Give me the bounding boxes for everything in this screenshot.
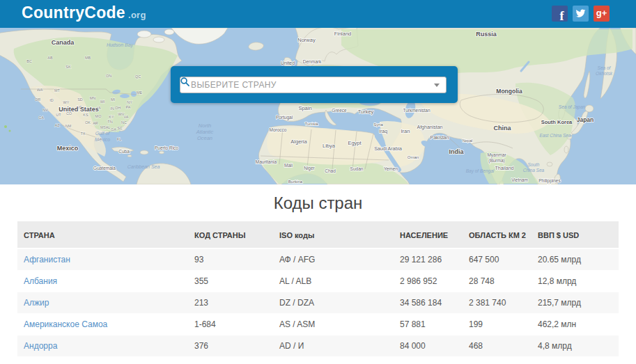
map-label: Vietnam	[511, 177, 528, 182]
column-header: ОБЛАСТЬ КМ 2	[463, 221, 532, 248]
map-label: ON	[106, 74, 111, 78]
column-header: ВВП $ USD	[532, 221, 619, 248]
cell-country: Андорра	[17, 335, 188, 357]
cell-gdp: 215,7 млрд	[532, 292, 619, 314]
search-icon	[180, 77, 189, 86]
map-label: India	[449, 148, 464, 155]
map-label: Egypt	[348, 140, 362, 146]
header: CountryCode.org f g+	[0, 0, 636, 28]
map-label: East China Sea	[539, 133, 571, 138]
cell-code: 1-684	[188, 314, 273, 335]
map-label: Libya	[323, 143, 336, 149]
map-label: Myanmar(Burma)	[487, 152, 506, 164]
map-label: Morocco	[270, 127, 287, 132]
cell-gdp: 20.65 млрд	[532, 248, 619, 271]
map-label: Cuba	[118, 149, 130, 154]
map-label: AL	[106, 125, 111, 129]
map-label: Sea ofOkhotsk	[596, 65, 613, 76]
search-placeholder: ВЫБЕРИТЕ СТРАНУ	[191, 80, 434, 90]
map-label: Caribbean Sea	[127, 164, 160, 169]
map-label: NY	[127, 100, 132, 104]
country-codes-table: СТРАНАКОД СТРАНЫISO кодыНАСЕЛЕНИЕОБЛАСТЬ…	[17, 221, 619, 357]
country-search-panel: ВЫБЕРИТЕ СТРАНУ	[171, 66, 458, 103]
facebook-icon[interactable]: f	[552, 6, 568, 22]
map-label: Mongolia	[496, 88, 522, 95]
map-label: SD	[77, 97, 83, 102]
map-label: Japan	[577, 116, 594, 123]
map-label: Turkmenistan	[403, 108, 431, 113]
twitter-icon[interactable]	[573, 6, 589, 22]
googleplus-glyph: g+	[596, 8, 607, 18]
map-label: TN	[107, 120, 112, 124]
map-label: Iraq	[379, 129, 387, 134]
column-header: КОД СТРАНЫ	[188, 221, 273, 248]
cell-population: 34 586 184	[394, 292, 463, 314]
country-link[interactable]: Албания	[24, 276, 57, 286]
map-label: Sea of Japan	[559, 104, 586, 110]
map-label: AR	[93, 121, 98, 125]
cell-population: 57 881	[394, 314, 463, 335]
map-label: SC	[117, 126, 123, 130]
country-link[interactable]: Американское Самоа	[24, 319, 107, 329]
map-label: KS	[83, 113, 88, 117]
map-label: Sudan	[350, 166, 364, 171]
island-hokkaido	[585, 105, 594, 112]
map-label: GA	[111, 127, 116, 132]
map-label: PA	[126, 105, 131, 109]
cell-area: 647 500	[463, 248, 532, 271]
country-link[interactable]: Андорра	[24, 341, 57, 351]
map-label: MO	[95, 114, 102, 118]
map-label: Iran	[401, 128, 410, 134]
map-label: Mexico	[57, 145, 79, 152]
country-link[interactable]: Афганистан	[24, 255, 70, 264]
googleplus-icon[interactable]: g+	[594, 6, 610, 22]
map-label: ID	[49, 98, 54, 102]
social-links: f g+	[552, 6, 610, 22]
cell-country: Албания	[17, 271, 188, 292]
map-label: FL	[117, 137, 121, 141]
map-label: United	[281, 61, 295, 65]
cell-area: 199	[463, 314, 532, 335]
cell-code: 376	[188, 335, 273, 357]
country-select[interactable]: ВЫБЕРИТЕ СТРАНУ	[180, 77, 447, 93]
cell-population: 84 000	[394, 335, 463, 357]
cell-iso: AL / ALB	[273, 271, 394, 292]
map-label: UT	[56, 113, 61, 117]
cell-population: 29 121 286	[394, 248, 463, 271]
chevron-down-icon	[434, 84, 440, 87]
cell-iso: AD / И	[273, 335, 394, 357]
cell-iso: АФ / AFG	[273, 248, 394, 271]
table-row: Афганистан93АФ / AFG29 121 286647 50020.…	[17, 248, 619, 271]
world-map-graphic: Hudson BayNorthAtlanticOceanGulf ofMexic…	[0, 28, 636, 184]
table-header-row: СТРАНАКОД СТРАНЫISO кодыНАСЕЛЕНИЕОБЛАСТЬ…	[17, 221, 619, 248]
table-row: Американское Самоа1-684AS / ASM57 881199…	[17, 314, 619, 335]
facebook-glyph: f	[560, 9, 564, 22]
map-label: VA	[124, 115, 129, 119]
cell-gdp: 462,2 млн	[532, 314, 619, 335]
column-header: НАСЕЛЕНИЕ	[394, 221, 463, 248]
country-link[interactable]: Алжир	[24, 298, 49, 308]
map-label: Hudson Bay	[107, 42, 134, 48]
cell-iso: DZ / DZA	[273, 292, 394, 314]
twitter-bird-icon	[575, 9, 586, 18]
map-label: LA	[98, 137, 102, 141]
map-label: China	[493, 125, 511, 132]
map-label: WI	[100, 100, 105, 104]
table-row: Андорра376AD / И84 0004684,8 млрд	[17, 335, 619, 357]
map-label: Finland	[334, 31, 352, 37]
map-label: Portugal	[276, 115, 293, 120]
map-label: Russia	[476, 31, 497, 38]
cell-country: Алжир	[17, 292, 188, 314]
table-row: Албания355AL / ALB2 986 95228 74812,8 мл…	[17, 271, 619, 292]
cell-country: Афганистан	[17, 248, 188, 271]
cell-population: 2 986 952	[394, 271, 463, 292]
world-map[interactable]: Hudson BayNorthAtlanticOceanGulf ofMexic…	[0, 28, 636, 184]
map-label: TX	[80, 132, 85, 136]
map-label: SK	[65, 65, 71, 69]
column-header: ISO коды	[273, 221, 394, 248]
map-label: Thailand	[495, 166, 514, 171]
logo-text: CountryCode	[22, 3, 125, 22]
map-label: KY	[109, 115, 114, 119]
site-logo[interactable]: CountryCode.org	[22, 3, 146, 22]
map-label: United States	[59, 106, 99, 113]
